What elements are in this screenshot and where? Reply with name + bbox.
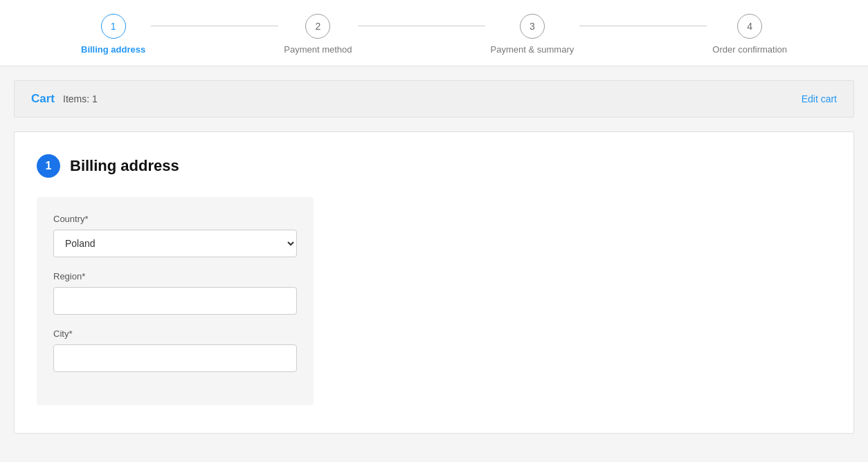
step-2: 2 Payment method [284,14,352,55]
step-2-label: Payment method [284,44,352,55]
cart-title: Cart [31,92,55,106]
cart-bar: Cart Items: 1 Edit cart [14,80,854,118]
billing-step-badge: 1 [37,154,60,178]
step-3: 3 Payment & summary [491,14,575,55]
main-content: 1 Billing address Country* Poland German… [14,131,854,434]
step-4-circle: 4 [737,14,762,39]
step-line-3 [579,26,707,27]
stepper: 1 Billing address 2 Payment method 3 Pay… [53,14,815,55]
city-label: City* [53,329,297,339]
country-group: Country* Poland Germany France United Ki… [53,214,297,257]
cart-left: Cart Items: 1 [31,92,98,106]
city-input[interactable] [53,344,297,372]
step-line-1 [151,26,278,27]
step-3-label: Payment & summary [491,44,575,55]
step-3-circle: 3 [520,14,545,39]
city-group: City* [53,329,297,372]
billing-form-card: Country* Poland Germany France United Ki… [37,197,314,405]
step-1-circle: 1 [101,14,126,39]
step-1-label: Billing address [81,44,145,55]
step-2-circle: 2 [305,14,330,39]
cart-items-count: Items: 1 [63,93,98,104]
region-input[interactable] [53,287,297,315]
step-4-label: Order confirmation [712,44,787,55]
billing-section-title: Billing address [70,157,179,175]
edit-cart-link[interactable]: Edit cart [802,93,837,104]
region-group: Region* [53,271,297,315]
stepper-container: 1 Billing address 2 Payment method 3 Pay… [0,0,868,66]
step-1: 1 Billing address [81,14,145,55]
section-header: 1 Billing address [37,154,831,178]
region-label: Region* [53,271,297,281]
step-4: 4 Order confirmation [712,14,787,55]
step-line-2 [358,26,485,27]
country-label: Country* [53,214,297,224]
country-select[interactable]: Poland Germany France United Kingdom Uni… [53,230,297,257]
